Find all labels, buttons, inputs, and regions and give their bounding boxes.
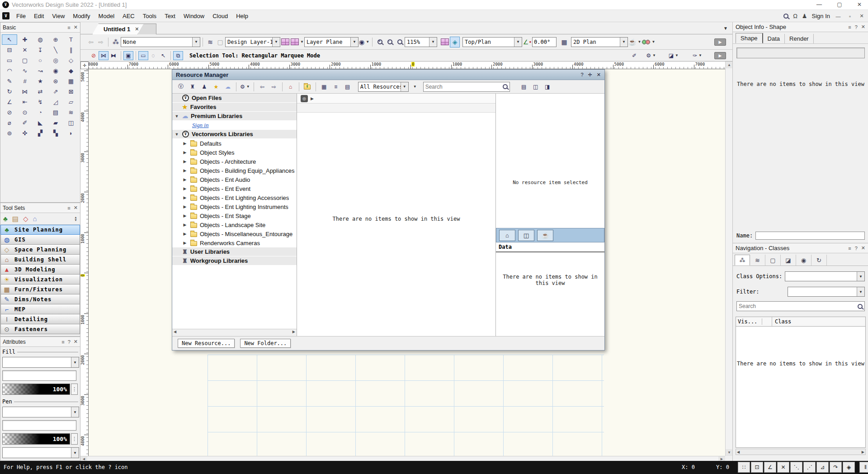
angle-tool-icon[interactable]: ∠ — [2, 97, 17, 107]
info-pane-toggle-icon[interactable]: ◨ — [542, 82, 552, 91]
tree-item-user-libraries[interactable]: ♜User Libraries — [172, 247, 297, 256]
fence-tool-icon[interactable]: ◇ — [23, 215, 28, 223]
class-window-icon[interactable] — [280, 37, 290, 47]
direct-selection-mode-icon[interactable]: ↖ — [158, 51, 168, 60]
scroll-right-icon[interactable]: ▶ — [862, 449, 864, 455]
palette-help-icon[interactable]: ? — [68, 339, 71, 345]
tab-render[interactable]: Render — [785, 34, 814, 43]
resize-mode-icon[interactable]: ⧉ — [173, 51, 183, 60]
references-tab-icon[interactable]: ↻ — [811, 255, 827, 265]
menu-aec[interactable]: AEC — [118, 11, 139, 21]
extend-tool-icon[interactable]: ▚ — [48, 128, 63, 138]
tool-set-scroll-icons[interactable]: ▲▼ — [74, 216, 77, 222]
class-search-box[interactable] — [736, 301, 865, 311]
palette-close-icon[interactable]: ✕ — [74, 24, 78, 30]
forward-icon[interactable]: ⇨ — [269, 82, 279, 91]
back-icon[interactable]: ⇦ — [257, 82, 267, 91]
help-icon[interactable]: ? — [580, 72, 583, 77]
list-view-icon[interactable]: ≡ — [331, 82, 341, 91]
zoom-tool-icon[interactable]: ⊕ — [48, 34, 63, 45]
close-button[interactable]: ✕ — [852, 0, 867, 10]
tool-set-gis[interactable]: ◍GIS — [0, 235, 80, 245]
palette-menu-icon[interactable]: ≡ — [848, 24, 851, 30]
preview-teapot-render-icon[interactable]: ☕ — [537, 230, 553, 241]
resource-filter-dropdown[interactable]: All Resources▼ — [358, 82, 409, 92]
menu-view[interactable]: View — [48, 11, 69, 21]
pen-opacity-options-button[interactable]: ⋮ — [71, 433, 78, 445]
canvas-horizontal-scrollbar[interactable]: ◀ ▶ — [80, 456, 725, 461]
arc-by-points-tool-icon[interactable]: ◗ — [63, 128, 79, 138]
line-tool-icon[interactable]: ╲ — [48, 45, 63, 55]
vectorworks-libraries-icon[interactable]: Ⓥ — [176, 82, 186, 91]
snap-to-angle-button[interactable]: ∠ — [764, 462, 776, 473]
menu-help[interactable]: Help — [232, 11, 252, 21]
column-class[interactable]: Class — [772, 318, 791, 325]
eraser-options-icon[interactable]: ◪▼ — [668, 51, 679, 60]
interactive-scaling-mode-icon[interactable]: ▣ — [123, 51, 133, 60]
sheet-layers-tab-icon[interactable]: ▢ — [765, 255, 781, 265]
detail-view-icon[interactable]: ▤ — [343, 82, 353, 91]
snap-to-distance-button[interactable]: ⋱ — [790, 462, 802, 473]
join-tool-icon[interactable]: ▰ — [48, 118, 63, 128]
grid-view-icon[interactable]: ▦ — [319, 82, 329, 91]
attribute-mapping-tool-icon[interactable]: ⊙ — [17, 107, 33, 118]
camera-filter-icon[interactable]: ◎ — [301, 95, 308, 102]
tree-item-defaults[interactable]: ▶Defaults — [172, 139, 297, 148]
diameter-tool-icon[interactable]: ⌀ — [2, 118, 17, 128]
fit-to-page-icon[interactable]: ▫ — [385, 37, 395, 47]
shear-tool-icon[interactable]: ⊠ — [63, 86, 79, 97]
smart-points-button[interactable]: ⋰ — [803, 462, 816, 473]
regular-polygon-tool-icon[interactable]: ◆ — [63, 66, 79, 76]
offset-tool-icon[interactable]: ⇄ — [33, 86, 48, 97]
pin-icon[interactable]: ✛ — [588, 72, 592, 78]
tool-settings-icon[interactable]: ⚙▼ — [646, 51, 656, 60]
layer-window-icon[interactable]: ▼ — [290, 37, 304, 47]
selection-tool-icon[interactable]: ↖ — [2, 34, 17, 45]
fill-opacity-slider[interactable]: 100% — [2, 384, 70, 395]
column-blank[interactable] — [762, 317, 772, 326]
snap-to-intersection-button[interactable]: ✕ — [777, 462, 789, 473]
minimize-button[interactable]: — — [811, 0, 827, 10]
palette-help-icon[interactable]: ? — [855, 24, 858, 30]
layers-icon[interactable]: ≋ — [205, 37, 215, 47]
mirror-tool-icon[interactable]: ⋈ — [17, 86, 33, 97]
plane-mode-icon[interactable]: ◉▼ — [359, 37, 370, 47]
unified-view-icon[interactable]: ◈ — [450, 37, 460, 47]
saved-views-tab-icon[interactable]: ◉ — [796, 255, 811, 265]
tree-item-objects-ent-lighting-accessories[interactable]: ▶Objects - Ent Lighting Accessories — [172, 193, 297, 202]
freehand-tool-icon[interactable]: ∿ — [17, 66, 33, 76]
tree-item-renderworks-cameras[interactable]: ▶Renderworks Cameras — [172, 238, 297, 247]
chain-link-mode-icon[interactable]: ⋈ — [99, 51, 108, 60]
tree-item-sign-in[interactable]: Sign in — [172, 121, 297, 130]
chain-unlink-mode-icon[interactable]: ⧓ — [108, 51, 118, 60]
zoom-icon[interactable] — [395, 37, 405, 47]
sign-in-button[interactable]: Sign In — [812, 13, 830, 19]
fit-to-objects-icon[interactable]: + — [375, 37, 385, 47]
landmark-tree-tool-icon[interactable]: ♣ — [3, 215, 8, 223]
new-folder-button[interactable]: New Folder... — [240, 339, 291, 348]
snapping-magnet-icon[interactable]: ⊘ — [89, 51, 99, 60]
layer-options-icon[interactable]: ▢ — [215, 37, 225, 47]
preview-pane-toggle-icon[interactable]: ▤ — [519, 82, 529, 91]
smart-edge-button[interactable]: ⊿ — [816, 462, 829, 473]
notifications-icon[interactable]: Ω — [793, 13, 797, 19]
tree-item-objects-miscellaneous-entourage[interactable]: ▶Objects - Miscellaneous_Entourage — [172, 229, 297, 238]
tab-close-icon[interactable]: ✕ — [135, 26, 139, 32]
rotate-tool-icon[interactable]: ↻ — [2, 86, 17, 97]
rectangle-tool-icon[interactable]: ▭ — [2, 55, 17, 66]
pan-tool-icon[interactable]: ✚ — [17, 34, 33, 45]
text-tool-icon[interactable]: T — [63, 34, 79, 45]
scroll-up-icon[interactable]: ▲ — [726, 62, 733, 68]
class-list[interactable]: There are no items to show in this view — [736, 327, 866, 448]
class-search-input[interactable] — [739, 303, 858, 309]
palette-menu-icon[interactable]: ≡ — [61, 339, 64, 345]
user-icon[interactable]: ♟ — [802, 13, 807, 19]
scroll-left-icon[interactable]: ◀ — [737, 449, 740, 455]
polyline-tool-icon[interactable]: ↝ — [33, 66, 48, 76]
rotate-plan-icon[interactable]: ∠● — [522, 37, 532, 47]
folder-up-icon[interactable] — [302, 82, 312, 91]
tree-item-vectorworks-libraries[interactable]: ▼VVectorworks Libraries — [172, 130, 297, 139]
view-bar-overflow-button[interactable]: ▶ — [714, 38, 726, 46]
tool-set-mep[interactable]: ⌐MEP — [0, 304, 80, 314]
mdi-restore-icon[interactable]: ▫ — [846, 14, 854, 19]
